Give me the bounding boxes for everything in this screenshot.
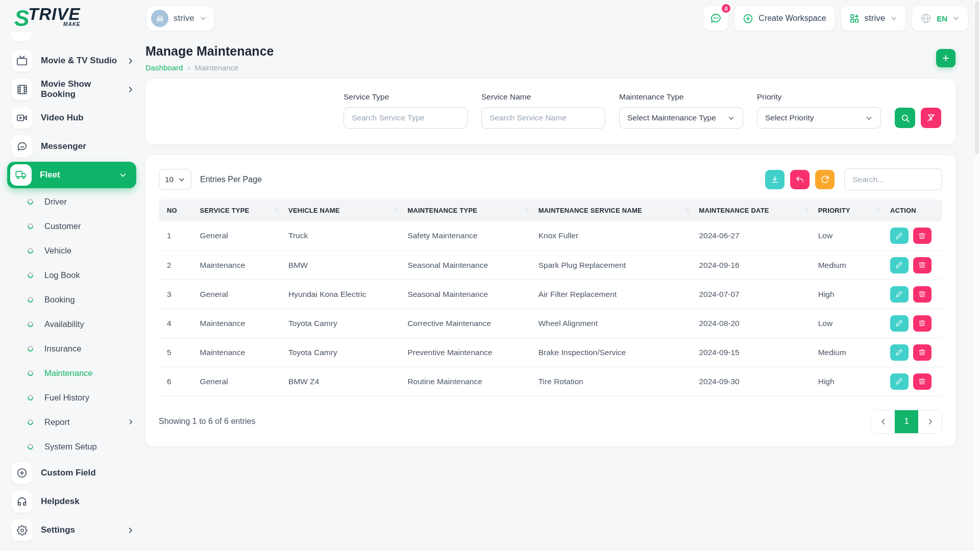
sidebar-item-fuel-history[interactable]: Fuel History <box>7 385 145 410</box>
sidebar-item-movie-show-booking[interactable]: Movie Show Booking <box>7 75 145 104</box>
cell-no: 5 <box>159 338 195 367</box>
cell-priority: Low <box>813 221 885 251</box>
cell-service_name: Spark Plug Replacement <box>533 251 694 280</box>
chat-button[interactable]: 0 <box>703 6 728 31</box>
sidebar-item-log-book[interactable]: Log Book <box>7 263 145 287</box>
edit-button[interactable] <box>890 344 909 361</box>
circle-plus-icon <box>743 13 753 24</box>
create-workspace-button[interactable]: Create Workspace <box>734 6 834 31</box>
sidebar-item-insurance[interactable]: Insurance <box>7 336 145 361</box>
sidebar-item-system-setup[interactable]: System Setup <box>7 434 145 459</box>
topbar: strive 0 Create Workspace strive EN <box>145 0 980 37</box>
pagination-next[interactable] <box>918 410 942 433</box>
sidebar-item-customer[interactable]: Customer <box>7 214 145 238</box>
chevron-right-icon <box>127 86 134 93</box>
pencil-icon <box>895 232 903 240</box>
pagination-page-1[interactable]: 1 <box>895 410 918 433</box>
sidebar-item-driver[interactable]: Driver <box>7 189 145 214</box>
sidebar-item-settings[interactable]: Settings <box>7 516 145 544</box>
pagination: 1 <box>871 410 942 434</box>
entries-per-page-select[interactable]: 10 <box>159 169 191 190</box>
edit-button[interactable] <box>890 315 909 332</box>
undo-button[interactable] <box>790 170 810 189</box>
sidebar-item-label: Video Hub <box>41 113 134 123</box>
sidebar-item-availability[interactable]: Availability <box>7 312 145 336</box>
maintenance-type-select[interactable]: Select Maintenance Type <box>619 107 743 129</box>
cell-vehicle: Truck <box>283 221 402 251</box>
edit-button[interactable] <box>890 257 909 273</box>
bullet-icon <box>27 393 34 401</box>
priority-select[interactable]: Select Priority <box>757 107 881 129</box>
filter-clear-button[interactable] <box>921 108 941 128</box>
col-maintenance-type[interactable]: MAINTENANCE TYPE↑↓ <box>402 199 533 221</box>
scrollbar[interactable] <box>974 0 980 551</box>
col-service-type[interactable]: SERVICE TYPE↑↓ <box>195 199 283 221</box>
col-vehicle-name[interactable]: VEHICLE NAME↑↓ <box>283 199 402 221</box>
table-search-input[interactable] <box>844 168 942 190</box>
filter-search-button[interactable] <box>895 108 915 128</box>
pagination-prev[interactable] <box>871 410 895 433</box>
edit-button[interactable] <box>890 373 909 390</box>
sidebar-item-helpdesk[interactable]: Helpdesk <box>7 487 145 516</box>
bullet-icon <box>27 442 34 450</box>
delete-button[interactable] <box>913 344 932 361</box>
sidebar-item-messenger[interactable]: Messenger <box>7 132 145 161</box>
cell-action <box>885 221 942 251</box>
cell-priority: Medium <box>813 251 885 280</box>
scrolled-menu-item-partial <box>11 32 32 41</box>
col-no: NO <box>159 199 195 221</box>
language-selector[interactable]: EN <box>912 6 968 31</box>
pencil-icon <box>895 319 903 327</box>
sidebar-item-label: Helpdesk <box>41 496 134 507</box>
bullet-icon <box>27 369 34 377</box>
sidebar-item-report[interactable]: Report <box>7 410 145 434</box>
sidebar-item-fleet[interactable]: Fleet <box>7 162 136 188</box>
org-name: strive <box>865 13 886 23</box>
table-row: 5MaintenanceToyota CamryPreventive Maint… <box>159 338 942 367</box>
sidebar-item-label: Movie Show Booking <box>41 79 127 99</box>
chevron-down-icon <box>119 171 127 179</box>
org-dropdown[interactable]: strive <box>841 6 906 31</box>
breadcrumb-dashboard-link[interactable]: Dashboard <box>145 63 183 72</box>
delete-button[interactable] <box>913 373 932 390</box>
chevron-down-icon <box>890 15 897 22</box>
col-maintenance-date[interactable]: MAINTENANCE DATE↑↓ <box>694 199 813 221</box>
refresh-button[interactable] <box>815 170 835 189</box>
pencil-icon <box>895 261 903 269</box>
workspace-selector[interactable]: strive <box>147 6 214 31</box>
bullet-icon <box>27 271 34 279</box>
globe-icon <box>920 13 932 24</box>
delete-button[interactable] <box>913 315 932 332</box>
sidebar-item-vehicle[interactable]: Vehicle <box>7 238 145 263</box>
sidebar-item-maintenance[interactable]: Maintenance <box>7 361 145 385</box>
col-priority[interactable]: PRIORITY↑↓ <box>813 199 885 221</box>
showing-entries-text: Showing 1 to 6 of 6 entries <box>159 417 255 426</box>
service-name-input[interactable] <box>481 107 605 129</box>
sort-icon: ↑↓ <box>394 207 397 213</box>
scrollbar-thumb[interactable] <box>975 1 979 154</box>
sidebar-item-video-hub[interactable]: Video Hub <box>7 104 145 132</box>
sidebar-item-movie-tv-studio[interactable]: Movie & TV Studio <box>7 46 145 75</box>
col-maintenance-service-name[interactable]: MAINTENANCE SERVICE NAME↑↓ <box>533 199 694 221</box>
filter-label: Service Type <box>344 92 468 102</box>
cell-maintenance_type: Safety Maintenance <box>402 221 533 251</box>
edit-button[interactable] <box>890 286 909 303</box>
service-type-input[interactable] <box>344 107 468 129</box>
sidebar-item-custom-field[interactable]: Custom Field <box>7 459 145 487</box>
edit-button[interactable] <box>890 228 909 244</box>
sidebar-item-label: Movie & TV Studio <box>41 56 127 66</box>
cell-maintenance_type: Seasonal Maintenance <box>402 251 533 280</box>
cell-vehicle: BMW Z4 <box>283 367 402 396</box>
trash-icon <box>918 378 926 385</box>
table-row: 4MaintenanceToyota CamryCorrective Maint… <box>159 309 942 338</box>
refresh-icon <box>820 175 829 184</box>
building-icon <box>151 10 168 27</box>
delete-button[interactable] <box>913 228 932 244</box>
bullet-icon <box>27 295 34 303</box>
sidebar-item-booking[interactable]: Booking <box>7 287 145 312</box>
delete-button[interactable] <box>913 257 932 273</box>
brand-logo[interactable]: S TRIVE MAKE <box>7 5 145 32</box>
export-download-button[interactable] <box>765 170 785 189</box>
add-maintenance-button[interactable]: + <box>936 49 955 67</box>
delete-button[interactable] <box>913 286 932 303</box>
